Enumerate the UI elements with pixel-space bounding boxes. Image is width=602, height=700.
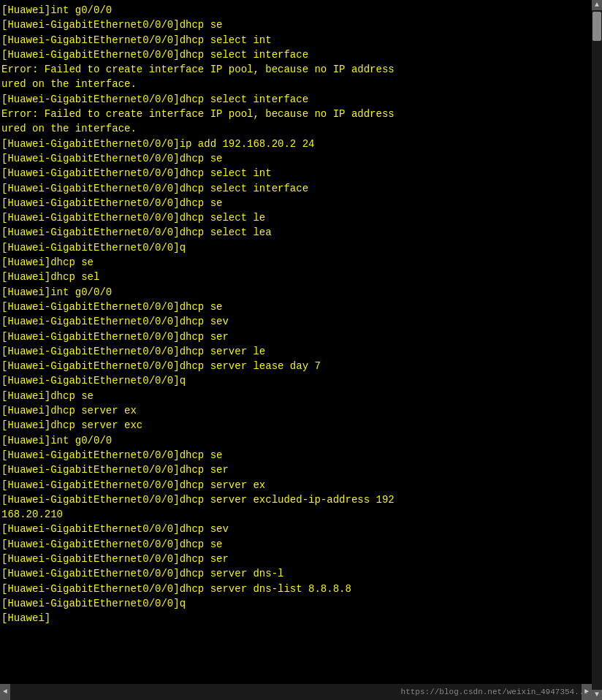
terminal-line: [Huawei]dhcp se [1, 389, 601, 403]
terminal-line: [Huawei-GigabitEthernet0/0/0]dhcp ser [1, 552, 601, 566]
terminal-line: [Huawei-GigabitEthernet0/0/0]dhcp server… [1, 566, 601, 581]
terminal-line: Error: Failed to create interface IP poo… [1, 107, 601, 121]
terminal-line: [Huawei-GigabitEthernet0/0/0]dhcp se [1, 196, 601, 210]
terminal-line: [Huawei-GigabitEthernet0/0/0]dhcp sev [1, 522, 601, 536]
terminal-line: [Huawei-GigabitEthernet0/0/0]ip add 192.… [1, 137, 601, 151]
terminal-line: Error: Failed to create interface IP poo… [1, 62, 601, 77]
terminal-line: [Huawei-GigabitEthernet0/0/0]dhcp select… [1, 225, 601, 240]
terminal-line: [Huawei-GigabitEthernet0/0/0]dhcp select… [1, 92, 601, 107]
terminal-line: [Huawei-GigabitEthernet0/0/0]dhcp select… [1, 210, 601, 225]
scroll-up-button[interactable]: ▲ [592, 0, 602, 10]
terminal-line: [Huawei-GigabitEthernet0/0/0]dhcp ser [1, 463, 601, 477]
terminal-line: [Huawei]int g0/0/0 [1, 3, 601, 18]
terminal-line: [Huawei-GigabitEthernet0/0/0]dhcp select… [1, 166, 601, 180]
terminal-line: [Huawei-GigabitEthernet0/0/0]dhcp server… [1, 582, 601, 596]
terminal-line: [Huawei-GigabitEthernet0/0/0]q [1, 596, 601, 611]
terminal-line: [Huawei-GigabitEthernet0/0/0]dhcp select… [1, 181, 601, 196]
terminal-line: [Huawei-GigabitEthernet0/0/0]dhcp sev [1, 314, 601, 329]
terminal-line: ured on the interface. [1, 77, 601, 91]
terminal-line: ured on the interface. [1, 121, 601, 136]
terminal-line: [Huawei] [1, 611, 601, 625]
watermark: https://blog.csdn.net/weixin_4947354... [401, 687, 589, 699]
terminal-line: [Huawei]dhcp server ex [1, 403, 601, 418]
scrollbar-thumb[interactable] [593, 12, 601, 41]
terminal-line: [Huawei-GigabitEthernet0/0/0]q [1, 240, 601, 255]
terminal-line: 168.20.210 [1, 507, 601, 522]
terminal-content: [Huawei]int g0/0/0[Huawei-GigabitEtherne… [1, 3, 601, 680]
terminal-line: [Huawei-GigabitEthernet0/0/0]dhcp se [1, 151, 601, 166]
scrollbar[interactable]: ▲ ▼ [592, 0, 602, 700]
terminal-line: [Huawei-GigabitEthernet0/0/0]dhcp select… [1, 47, 601, 62]
terminal-window: [Huawei]int g0/0/0[Huawei-GigabitEtherne… [0, 0, 602, 700]
terminal-line: [Huawei-GigabitEthernet0/0/0]dhcp select… [1, 33, 601, 47]
terminal-line: [Huawei-GigabitEthernet0/0/0]dhcp server… [1, 478, 601, 492]
terminal-line: [Huawei-GigabitEthernet0/0/0]dhcp ser [1, 330, 601, 344]
scroll-left-button[interactable]: ◄ [0, 684, 10, 700]
terminal-line: [Huawei]dhcp sel [1, 270, 601, 284]
terminal-line: [Huawei]int g0/0/0 [1, 433, 601, 448]
lines-container: [Huawei]int g0/0/0[Huawei-GigabitEtherne… [1, 3, 601, 625]
terminal-line: [Huawei-GigabitEthernet0/0/0]dhcp server… [1, 359, 601, 373]
terminal-line: [Huawei-GigabitEthernet0/0/0]dhcp se [1, 537, 601, 552]
terminal-line: [Huawei-GigabitEthernet0/0/0]q [1, 373, 601, 388]
terminal-line: [Huawei-GigabitEthernet0/0/0]dhcp server… [1, 492, 601, 507]
scroll-down-button[interactable]: ▼ [592, 690, 602, 700]
terminal-line: [Huawei-GigabitEthernet0/0/0]dhcp se [1, 18, 601, 32]
terminal-line: [Huawei-GigabitEthernet0/0/0]dhcp se [1, 300, 601, 314]
terminal-line: [Huawei-GigabitEthernet0/0/0]dhcp server… [1, 344, 601, 359]
terminal-line: [Huawei]dhcp se [1, 255, 601, 270]
terminal-line: [Huawei-GigabitEthernet0/0/0]dhcp se [1, 448, 601, 463]
terminal-line: [Huawei]int g0/0/0 [1, 285, 601, 300]
terminal-line: [Huawei]dhcp server exc [1, 418, 601, 433]
